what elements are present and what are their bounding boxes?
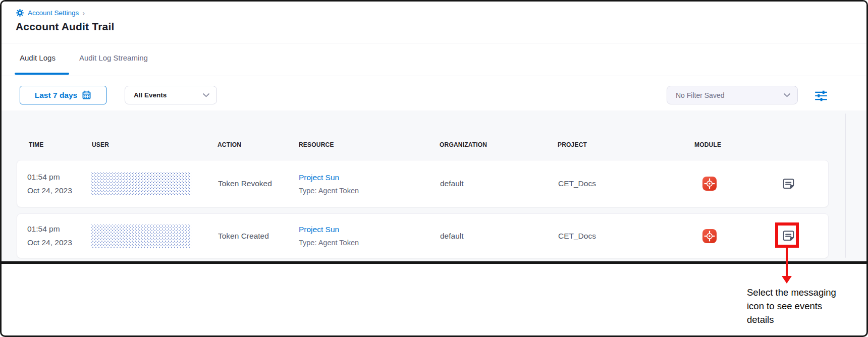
calendar-icon: [82, 90, 91, 100]
annotation-text: Select the messaging icon to see events …: [747, 286, 846, 326]
tab-audit-log-streaming[interactable]: Audit Log Streaming: [79, 53, 148, 62]
table-row[interactable]: 01:54 pm Oct 24, 2023 Token Revoked Proj…: [17, 160, 829, 207]
header-divider: [2, 43, 866, 43]
tab-audit-logs[interactable]: Audit Logs: [20, 53, 56, 62]
chevron-down-icon: [784, 93, 790, 97]
events-dropdown-value: All Events: [134, 91, 167, 99]
row-date: Oct 24, 2023: [27, 186, 72, 195]
column-header-resource: RESOURCE: [299, 141, 334, 148]
action-cell: Token Created: [218, 214, 269, 258]
date-range-label: Last 7 days: [35, 91, 77, 100]
row-time: 01:54 pm: [27, 173, 60, 182]
organization-cell: default: [440, 214, 464, 258]
action-cell: Token Revoked: [218, 160, 272, 207]
chevron-down-icon: [203, 93, 209, 97]
column-header-project: PROJECT: [558, 141, 587, 148]
breadcrumb-account-settings-link[interactable]: Account Settings: [28, 9, 79, 17]
filter-settings-button[interactable]: [813, 88, 829, 104]
organization-cell: default: [440, 160, 464, 207]
active-tab-underline: [15, 73, 69, 75]
saved-filter-value: No Filter Saved: [676, 91, 724, 99]
event-details-button[interactable]: [782, 160, 795, 207]
events-dropdown[interactable]: All Events: [125, 86, 217, 104]
module-cell: [702, 214, 717, 258]
date-range-button[interactable]: Last 7 days: [20, 86, 106, 104]
saved-filter-dropdown[interactable]: No Filter Saved: [667, 86, 798, 104]
resource-cell: Project Sun Type: Agent Token: [299, 214, 359, 258]
project-cell: CET_Docs: [558, 214, 596, 258]
time-cell: 01:54 pm Oct 24, 2023: [27, 214, 72, 258]
sliders-filter-icon: [813, 89, 829, 102]
annotation-arrow-line: [786, 247, 788, 277]
resource-cell: Project Sun Type: Agent Token: [299, 160, 359, 207]
screenshot-frame: Account Settings › Account Audit Trail A…: [0, 0, 868, 337]
resource-link[interactable]: Project Sun: [299, 173, 339, 182]
resource-type: Type: Agent Token: [299, 239, 359, 247]
column-header-time: TIME: [29, 141, 43, 148]
user-redacted-cell: [91, 172, 191, 195]
table-row[interactable]: 01:54 pm Oct 24, 2023 Token Created Proj…: [17, 213, 829, 258]
annotation-arrow-head: [782, 276, 792, 284]
project-cell: CET_Docs: [558, 160, 596, 207]
message-note-icon: [782, 177, 795, 191]
resource-type: Type: Agent Token: [299, 187, 359, 195]
chaos-engineering-module-icon: [702, 177, 717, 191]
row-time: 01:54 pm: [27, 224, 60, 234]
time-cell: 01:54 pm Oct 24, 2023: [27, 160, 72, 207]
annotation-highlight-box: [775, 222, 799, 248]
breadcrumb-chevron-icon: ›: [82, 9, 85, 17]
column-header-action: ACTION: [218, 141, 241, 148]
row-date: Oct 24, 2023: [27, 238, 72, 247]
chaos-engineering-module-icon: [702, 229, 717, 243]
table-scrollbar[interactable]: [845, 114, 846, 258]
column-header-organization: ORGANIZATION: [440, 141, 487, 148]
gear-icon: [16, 9, 24, 17]
module-cell: [702, 160, 717, 207]
user-redacted-cell: [91, 224, 191, 248]
column-header-module: MODULE: [694, 141, 721, 148]
app-window: Account Settings › Account Audit Trail A…: [2, 2, 866, 264]
page-title: Account Audit Trail: [16, 21, 115, 33]
column-header-user: USER: [92, 141, 109, 148]
resource-link[interactable]: Project Sun: [299, 225, 339, 234]
tabs-divider: [2, 76, 866, 76]
breadcrumb: Account Settings ›: [16, 9, 85, 17]
